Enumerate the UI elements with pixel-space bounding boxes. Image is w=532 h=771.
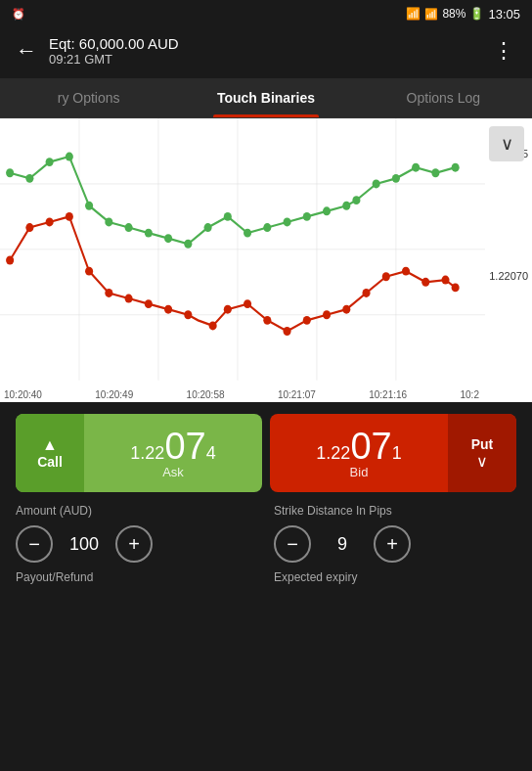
call-price-display[interactable]: 1.22 07 4 Ask: [84, 414, 262, 492]
strike-value: 9: [323, 534, 362, 555]
amount-increase-button[interactable]: +: [115, 525, 153, 563]
server-time: 09:21 GMT: [49, 52, 493, 67]
svg-point-22: [284, 218, 291, 227]
svg-point-24: [323, 206, 331, 215]
call-price-prefix: 1.22: [130, 443, 164, 464]
chart-container: 1.22075 1.22070 ∨: [0, 118, 532, 402]
svg-point-26: [352, 196, 360, 204]
header-info: Eqt: 60,000.00 AUD 09:21 GMT: [37, 35, 493, 67]
svg-point-49: [342, 305, 350, 314]
strike-group: Strike Distance In Pips − 9 + Expected e…: [274, 504, 516, 584]
strike-minus-icon: −: [287, 533, 298, 556]
svg-point-51: [382, 272, 390, 281]
svg-point-45: [263, 316, 271, 325]
amount-label: Amount (AUD): [16, 504, 258, 518]
svg-point-18: [204, 223, 212, 232]
call-label: Call: [37, 454, 63, 470]
svg-point-8: [6, 168, 14, 177]
amount-control: − 100 +: [16, 525, 258, 563]
svg-point-50: [362, 289, 370, 297]
signal-icon: 📶: [424, 8, 438, 21]
svg-point-28: [392, 174, 400, 183]
x-label-5: 10:21:16: [369, 389, 407, 400]
status-bar: ⏰ 📶 📶 88% 🔋 13:05: [0, 0, 532, 27]
amount-value: 100: [65, 534, 104, 555]
svg-point-14: [125, 223, 133, 232]
svg-point-34: [46, 218, 54, 227]
battery-icon: 🔋: [469, 7, 484, 21]
svg-point-42: [209, 321, 217, 330]
put-price-display[interactable]: 1.22 07 1 Bid: [270, 414, 448, 492]
svg-point-53: [421, 278, 429, 287]
expiry-label: Expected expiry: [274, 570, 516, 584]
svg-point-39: [145, 299, 153, 308]
svg-point-21: [263, 223, 271, 232]
svg-point-43: [224, 305, 232, 314]
svg-point-46: [284, 327, 291, 336]
svg-point-35: [66, 212, 73, 221]
status-icons: 📶 📶 88% 🔋 13:05: [406, 7, 520, 22]
wifi-icon: 📶: [406, 7, 421, 21]
amount-group: Amount (AUD) − 100 + Payout/Refund: [16, 504, 258, 584]
svg-point-31: [452, 163, 460, 172]
put-price-large: 07: [350, 428, 391, 465]
ask-label: Ask: [162, 465, 184, 479]
svg-point-16: [164, 234, 172, 243]
battery-label: 88%: [442, 7, 466, 21]
svg-point-55: [452, 283, 460, 292]
svg-point-44: [244, 299, 251, 308]
strike-increase-button[interactable]: +: [374, 525, 411, 563]
strike-control: − 9 +: [274, 525, 516, 563]
svg-point-23: [303, 212, 311, 221]
amount-strike-section: Amount (AUD) − 100 + Payout/Refund Strik…: [0, 504, 532, 600]
call-up-icon: ▲: [42, 436, 58, 454]
svg-point-38: [125, 295, 133, 303]
put-price-prefix: 1.22: [316, 443, 350, 464]
call-price-value: 1.22 07 4: [130, 428, 215, 465]
call-button[interactable]: ▲ Call: [16, 414, 84, 492]
account-balance: Eqt: 60,000.00 AUD: [49, 35, 493, 52]
chart-collapse-button[interactable]: ∨: [489, 126, 524, 161]
amount-decrease-button[interactable]: −: [16, 525, 53, 563]
svg-point-29: [412, 163, 420, 172]
payout-label: Payout/Refund: [16, 570, 258, 584]
svg-point-19: [224, 212, 232, 221]
minus-icon: −: [28, 533, 40, 556]
clock-icon: ⏰: [12, 8, 25, 21]
x-label-6: 10:2: [460, 389, 478, 400]
chart-svg: [0, 118, 485, 402]
chevron-down-icon: ∨: [501, 133, 513, 155]
svg-point-54: [441, 276, 449, 285]
svg-point-20: [244, 229, 251, 238]
header: ← Eqt: 60,000.00 AUD 09:21 GMT ⋮: [0, 27, 532, 78]
strike-plus-icon: +: [386, 533, 398, 556]
back-button[interactable]: ←: [16, 38, 37, 64]
put-button[interactable]: Put ∨: [448, 414, 516, 492]
put-down-icon: ∨: [476, 452, 488, 471]
tab-options-log[interactable]: Options Log: [355, 78, 532, 117]
x-label-1: 10:20:40: [4, 389, 42, 400]
call-price-suffix: 4: [206, 443, 216, 464]
bid-label: Bid: [350, 465, 369, 479]
put-button-group[interactable]: 1.22 07 1 Bid Put ∨: [270, 414, 516, 492]
menu-button[interactable]: ⋮: [493, 38, 516, 64]
strike-decrease-button[interactable]: −: [274, 525, 311, 563]
svg-point-48: [323, 310, 331, 319]
svg-point-47: [303, 316, 311, 325]
strike-label: Strike Distance In Pips: [274, 504, 516, 518]
call-price-large: 07: [164, 428, 205, 465]
x-label-2: 10:20:49: [95, 389, 133, 400]
put-price-value: 1.22 07 1: [316, 428, 401, 465]
svg-point-33: [25, 223, 33, 232]
tab-binary-options[interactable]: ry Options: [0, 78, 177, 117]
tab-touch-binaries[interactable]: Touch Binaries: [177, 78, 354, 117]
svg-point-32: [6, 256, 14, 265]
time-display: 13:05: [488, 7, 520, 22]
x-label-3: 10:20:58: [187, 389, 225, 400]
svg-point-13: [105, 218, 112, 227]
y-label-bottom: 1.22070: [489, 270, 528, 282]
svg-point-15: [145, 229, 153, 238]
svg-point-27: [373, 179, 380, 188]
call-button-group[interactable]: ▲ Call 1.22 07 4 Ask: [16, 414, 262, 492]
svg-point-17: [184, 240, 192, 249]
